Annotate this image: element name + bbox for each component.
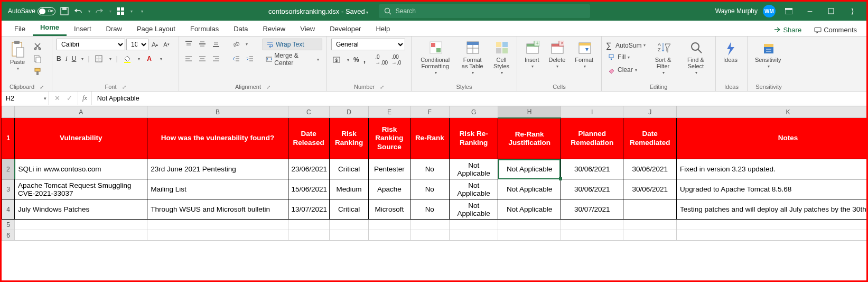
cell[interactable]: Apache xyxy=(369,179,410,199)
italic-button[interactable]: I xyxy=(66,55,68,63)
cell[interactable] xyxy=(498,230,561,241)
row-header[interactable]: 6 xyxy=(2,230,15,241)
row-header[interactable]: 5 xyxy=(2,220,15,230)
cell[interactable]: Medium xyxy=(329,179,368,199)
close-icon[interactable]: ⟩ xyxy=(844,6,860,16)
increase-indent-icon[interactable] xyxy=(245,53,255,64)
cell[interactable] xyxy=(147,220,288,230)
paste-button[interactable]: Paste▾ xyxy=(6,39,29,73)
column-header[interactable]: K xyxy=(676,106,866,118)
insert-function-button[interactable]: fx xyxy=(78,92,92,105)
cell[interactable]: No xyxy=(410,159,449,179)
cell[interactable] xyxy=(288,230,329,241)
cell[interactable]: Not Applicable xyxy=(449,199,498,220)
font-size-select[interactable]: 10 xyxy=(126,39,148,50)
decrease-font-icon[interactable]: A▾ xyxy=(161,39,172,50)
cell[interactable] xyxy=(147,230,288,241)
align-right-icon[interactable] xyxy=(211,53,221,64)
fill-button[interactable]: Fill▾ xyxy=(606,52,646,62)
cell[interactable]: Fixed in version 3.23 updated. xyxy=(676,159,866,179)
column-header[interactable]: B xyxy=(147,106,288,118)
cell[interactable]: Microsoft xyxy=(369,199,410,220)
redo-icon[interactable] xyxy=(95,6,104,16)
copy-icon[interactable] xyxy=(32,53,43,64)
cell[interactable] xyxy=(561,220,623,230)
accounting-format-icon[interactable]: $ xyxy=(331,54,342,65)
increase-font-icon[interactable]: A▴ xyxy=(150,39,160,50)
column-header[interactable]: F xyxy=(410,106,449,118)
cell[interactable]: 30/06/2021 xyxy=(561,159,623,179)
table-header-cell[interactable]: Risk Ranking Source xyxy=(369,118,410,159)
table-header-cell[interactable]: Risk Re-Ranking xyxy=(449,118,498,159)
align-center-icon[interactable] xyxy=(197,53,208,64)
user-avatar[interactable]: WM xyxy=(763,5,776,17)
cell[interactable] xyxy=(288,220,329,230)
cell[interactable] xyxy=(329,230,368,241)
table-header-cell[interactable]: Date Released xyxy=(288,118,329,159)
formula-input[interactable]: Not Applicable xyxy=(92,95,866,102)
undo-icon[interactable] xyxy=(73,6,83,16)
column-header[interactable]: A xyxy=(15,106,147,118)
minimize-icon[interactable]: ─ xyxy=(802,6,818,16)
align-middle-icon[interactable] xyxy=(197,39,208,49)
cell[interactable] xyxy=(15,220,147,230)
enter-formula-icon[interactable]: ✓ xyxy=(64,94,74,102)
column-header[interactable]: H xyxy=(498,106,561,118)
comments-button[interactable]: Comments xyxy=(810,24,861,36)
tab-data[interactable]: Data xyxy=(226,22,255,36)
cell[interactable]: Upgraded to Apache Tomcat 8.5.68 xyxy=(676,179,866,199)
cell[interactable] xyxy=(329,220,368,230)
tab-review[interactable]: Review xyxy=(256,22,293,36)
table-header-cell[interactable]: Date Remediated xyxy=(623,118,676,159)
cell[interactable]: Not Applicable xyxy=(449,179,498,199)
table-header-cell[interactable]: Re-Rank Justification xyxy=(498,118,561,159)
ideas-button[interactable]: Ideas xyxy=(720,39,741,65)
maximize-icon[interactable] xyxy=(823,6,839,16)
cell[interactable]: 15/06/2021 xyxy=(288,179,329,199)
cell[interactable]: 23rd June 2021 Pentesting xyxy=(147,159,288,179)
bold-button[interactable]: B xyxy=(57,55,61,62)
user-name[interactable]: Wayne Murphy xyxy=(715,7,758,15)
quick-grid-icon[interactable] xyxy=(116,6,125,16)
ribbon-display-icon[interactable] xyxy=(781,6,797,16)
column-header[interactable]: E xyxy=(369,106,410,118)
table-header-cell[interactable]: Notes xyxy=(676,118,866,159)
column-header[interactable]: G xyxy=(449,106,498,118)
align-bottom-icon[interactable] xyxy=(211,39,221,49)
table-header-cell[interactable]: Vulnerability xyxy=(15,118,147,159)
cell[interactable]: 13/07/2021 xyxy=(288,199,329,220)
cell[interactable]: 30/06/2021 xyxy=(561,179,623,199)
cut-icon[interactable] xyxy=(32,41,43,51)
cell[interactable] xyxy=(498,220,561,230)
decrease-indent-icon[interactable] xyxy=(231,53,241,64)
cell[interactable] xyxy=(676,230,866,241)
cell[interactable]: Not Applicable xyxy=(498,199,561,220)
cell[interactable]: Testing patches and will deploy all July… xyxy=(676,199,866,220)
percent-format-icon[interactable]: % xyxy=(353,56,359,63)
font-color-icon[interactable]: A xyxy=(144,53,155,64)
comma-format-icon[interactable]: , xyxy=(363,55,366,65)
cell[interactable]: 30/06/2021 xyxy=(623,159,676,179)
format-cells-button[interactable]: Format▾ xyxy=(572,39,596,71)
cell[interactable] xyxy=(369,230,410,241)
tab-page-layout[interactable]: Page Layout xyxy=(129,22,183,36)
table-header-cell[interactable]: Re-Rank xyxy=(410,118,449,159)
cell[interactable]: No xyxy=(410,199,449,220)
cell[interactable] xyxy=(15,230,147,241)
row-header[interactable]: 2 xyxy=(2,159,15,179)
decrease-decimal-icon[interactable]: .00→.0 xyxy=(391,54,402,65)
cancel-formula-icon[interactable]: ✕ xyxy=(52,94,62,102)
table-header-cell[interactable]: Risk Ranking xyxy=(329,118,368,159)
number-format-select[interactable]: General xyxy=(331,39,405,50)
column-header[interactable]: D xyxy=(329,106,368,118)
cell[interactable] xyxy=(410,220,449,230)
cell[interactable]: 23/06/2021 xyxy=(288,159,329,179)
cell[interactable] xyxy=(676,220,866,230)
number-launcher-icon[interactable]: ⤢ xyxy=(377,84,384,90)
tab-help[interactable]: Help xyxy=(368,22,397,36)
cell[interactable] xyxy=(623,199,676,220)
cell[interactable] xyxy=(410,230,449,241)
tab-draw[interactable]: Draw xyxy=(99,22,129,36)
alignment-launcher-icon[interactable]: ⤢ xyxy=(263,84,270,90)
align-top-icon[interactable] xyxy=(183,39,194,49)
